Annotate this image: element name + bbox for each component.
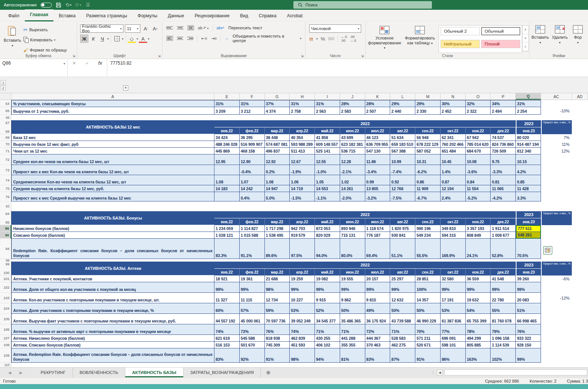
conditional-formatting-button[interactable]: Условное форматирование ▾ — [368, 24, 401, 53]
cell-P101[interactable]: 41 548 — [491, 275, 516, 282]
cell-N101[interactable]: 32 580 — [441, 275, 466, 282]
cell-L101[interactable]: 25 297 — [390, 275, 415, 282]
year-2023-cell[interactable]: 2023 — [517, 211, 541, 218]
tab-Данные[interactable]: Данные — [163, 11, 189, 21]
alignment-dialog-launcher[interactable]: ⇲ — [301, 54, 304, 58]
cell-H64[interactable]: 31% — [290, 100, 315, 107]
cell-E90[interactable]: 1 028 121 — [214, 232, 240, 239]
growth-cell-104[interactable] — [541, 303, 572, 314]
month-header-cell[interactable]: июн.22 — [340, 269, 365, 275]
cell-L90[interactable]: 930 841 — [390, 232, 415, 239]
cell-F109[interactable]: 92% — [240, 348, 265, 363]
cell-M64[interactable]: 29% — [415, 100, 441, 107]
growth-cell-73[interactable] — [541, 165, 572, 175]
cell-L104[interactable]: 50% — [390, 303, 415, 314]
month-header-cell[interactable]: авг.22 — [390, 269, 415, 275]
cell-N86[interactable]: 349 810 — [441, 225, 466, 232]
cell-F102[interactable]: 99% — [240, 282, 265, 293]
cell-H108[interactable]: 451 593 — [290, 342, 315, 348]
month-header-cell[interactable]: фев.22 — [240, 269, 265, 275]
cell-L108[interactable]: 462 275 — [390, 342, 415, 348]
row-header-101[interactable]: 101 — [0, 275, 11, 282]
cell-F101[interactable]: 19 361 — [240, 275, 265, 282]
cell-F64[interactable]: 31% — [240, 100, 265, 107]
row-header-105[interactable]: 105 — [0, 314, 11, 324]
row-header-94[interactable]: 94 — [0, 239, 11, 259]
year-2022-cell[interactable]: 2022 — [214, 211, 516, 218]
cell-I86[interactable]: 872 053 — [315, 225, 340, 232]
row-header-98[interactable]: 98 — [0, 259, 11, 262]
month-header-cell[interactable]: янв.23 — [516, 218, 541, 225]
cell-P103[interactable]: 22 780 — [491, 293, 516, 303]
cell-L103[interactable]: 12 632 — [390, 293, 415, 303]
outline-level-2-button[interactable]: 2 — [1, 85, 6, 90]
cell-K69[interactable]: 46 123 — [365, 134, 390, 141]
bold-button[interactable]: Ж — [80, 35, 88, 43]
cell-F104[interactable]: 57% — [240, 303, 265, 314]
year-2022-cell[interactable]: 2022 — [214, 262, 516, 269]
cell-label-A107[interactable]: Аптеки. Начислено бонусов (баллов) — [11, 335, 214, 342]
cell-label-A109[interactable]: Аптеки. Redemption Rate. Коэффициент спи… — [11, 348, 214, 363]
save-icon[interactable] — [56, 2, 62, 8]
cell-K90[interactable]: 776 187 — [365, 232, 390, 239]
cell-Q72[interactable]: 10.15 — [516, 154, 541, 165]
status-average[interactable]: Среднее: 662 886 — [485, 379, 519, 383]
cell-J103[interactable]: 9 862 — [340, 293, 365, 303]
cell-J109[interactable]: 81% — [340, 348, 365, 363]
row-header-109[interactable]: 109 — [0, 348, 11, 363]
cell-I71[interactable]: 525 141 — [315, 148, 340, 154]
cell-L109[interactable]: 87% — [390, 348, 415, 363]
row-header-73[interactable]: 73 — [0, 165, 11, 175]
underline-dropdown-icon[interactable]: ▾ — [107, 37, 109, 41]
cell-Q90[interactable]: 548 261 — [516, 232, 541, 239]
cell-K109[interactable]: 83% — [365, 348, 390, 363]
cell-N75[interactable]: 12 194 — [441, 185, 466, 192]
cell-O76[interactable]: -5.2% — [466, 192, 491, 201]
cancel-icon[interactable]: ✕ — [72, 61, 76, 66]
align-right-icon[interactable] — [187, 37, 193, 40]
cell-F94[interactable]: 91.1% — [240, 239, 265, 259]
cell-Q94[interactable]: 70.5% — [516, 239, 541, 259]
row-header-69[interactable]: 69 — [0, 134, 11, 141]
cell-O75[interactable]: 11 554 — [466, 185, 491, 192]
month-header-cell[interactable]: июн.22 — [340, 218, 365, 225]
cell-L64[interactable]: 29% — [390, 100, 415, 107]
cell-P106[interactable]: 79% — [491, 324, 516, 335]
cell-E108[interactable]: 516 153 — [214, 342, 240, 348]
cell-N104[interactable]: 53% — [441, 303, 466, 314]
cell-M76[interactable]: -6.7% — [415, 192, 441, 201]
fill-color-button[interactable]: ◇ — [128, 35, 136, 43]
cell-J108[interactable]: 355 355 — [340, 342, 365, 348]
cell-G90[interactable]: 1 538 495 — [265, 232, 290, 239]
cell-L71[interactable]: 567 388 — [390, 148, 415, 154]
cell-K65[interactable]: 2 507 — [365, 107, 390, 115]
growth-cell-75[interactable] — [541, 185, 572, 192]
undo-dropdown-icon[interactable]: ▾ — [70, 3, 71, 7]
cell-H73[interactable]: -1.9% — [290, 165, 315, 175]
decrease-decimal-icon[interactable]: .00→.0 — [350, 35, 356, 42]
style-neutral[interactable]: Нейтральный — [441, 40, 480, 48]
selection-fill-handle[interactable] — [539, 237, 541, 239]
month-header-cell[interactable]: май.22 — [315, 127, 340, 134]
month-header-cell[interactable]: сен.22 — [415, 269, 441, 275]
growth-cell-71[interactable]: 12% — [541, 148, 572, 154]
cell-E72[interactable]: 12.95 — [214, 154, 240, 165]
cell-H71[interactable]: 511 413 — [290, 148, 315, 154]
column-header-P[interactable]: P — [491, 93, 516, 100]
cell-P109[interactable]: 102% — [491, 348, 516, 363]
font-color-button[interactable]: А — [139, 35, 147, 43]
cell-K102[interactable]: 99% — [365, 282, 390, 293]
cell-P73[interactable]: -3.3% — [491, 165, 516, 175]
cell-label-A74[interactable]: Среднемесячное Кол-во чеков на клиента б… — [11, 175, 214, 185]
cell-G103[interactable]: 12 734 — [265, 293, 290, 303]
growth-cell-103[interactable]: -12% — [541, 293, 572, 303]
cell-Q71[interactable]: 812 340 — [516, 148, 541, 154]
cell-G104[interactable]: 59% — [265, 303, 290, 314]
cell-O101[interactable]: 36 559 — [466, 275, 491, 282]
cell-M105[interactable]: 46 990 229 — [415, 314, 441, 324]
cell-E65[interactable]: 3 209 — [214, 107, 240, 115]
cell-G65[interactable]: 4 374 — [265, 107, 290, 115]
cell-O72[interactable]: 10.08 — [466, 154, 491, 165]
select-all-corner[interactable] — [0, 93, 11, 100]
cell-M90[interactable]: 549 234 — [415, 232, 441, 239]
